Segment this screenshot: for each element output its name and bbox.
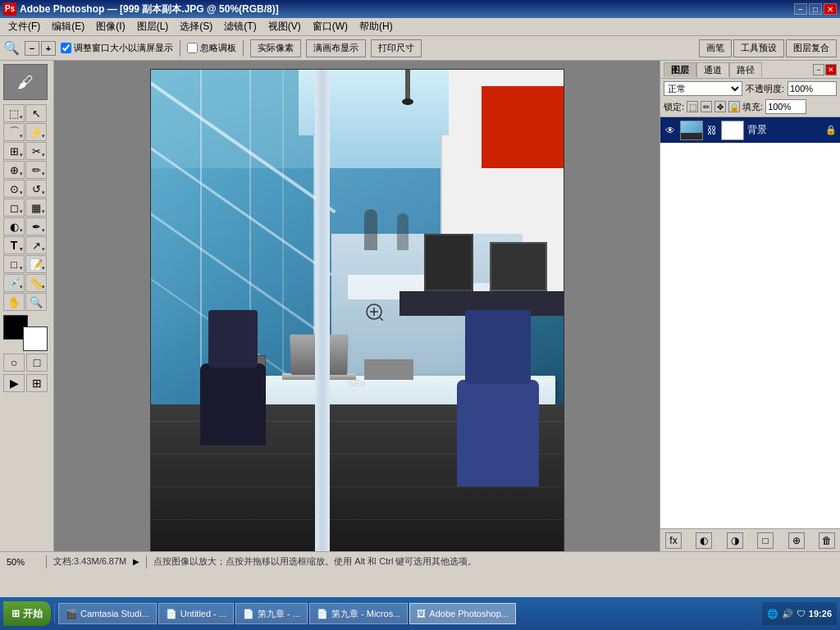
lock-image-button[interactable]: ✏ bbox=[701, 101, 712, 112]
tool-row-9: □▾ 📝▾ bbox=[3, 255, 50, 273]
layers-window-controls: − ✕ bbox=[813, 64, 837, 75]
brush-panel-button[interactable]: 画笔 bbox=[699, 39, 732, 57]
layer-comps-button[interactable]: 图层复合 bbox=[786, 39, 837, 57]
slice-tool[interactable]: ✂▾ bbox=[25, 142, 47, 160]
layer-visibility-toggle[interactable]: 👁 bbox=[664, 124, 677, 137]
minimize-button[interactable]: − bbox=[794, 3, 807, 15]
ch9-ms-icon: 📄 bbox=[317, 609, 328, 619]
history-brush-tool[interactable]: ↺▾ bbox=[25, 180, 47, 198]
volume-icon: 🔊 bbox=[782, 609, 793, 619]
taskbar-item-ch9-microsft[interactable]: 📄 第九章 - Micros... bbox=[309, 603, 408, 624]
extra-btn2[interactable]: ⊞ bbox=[26, 374, 48, 392]
menu-file[interactable]: 文件(F) bbox=[3, 18, 45, 35]
lock-transparent-button[interactable]: ⬚ bbox=[687, 101, 698, 112]
resize-window-check[interactable]: 调整窗口大小以满屏显示 bbox=[61, 42, 173, 54]
fit-on-screen-button[interactable]: 满画布显示 bbox=[306, 39, 366, 57]
layers-tab-layers[interactable]: 图层 bbox=[664, 62, 696, 77]
chair-front-right bbox=[457, 380, 539, 486]
status-arrow-button[interactable]: ▶ bbox=[133, 557, 139, 566]
canvas-area[interactable]: + SEo bbox=[54, 61, 660, 551]
type-tool[interactable]: T▾ bbox=[3, 236, 25, 254]
separator2 bbox=[243, 40, 244, 57]
layer-item-background[interactable]: 👁 ⛓ 背景 🔒 bbox=[660, 117, 840, 144]
jump-to-button[interactable]: ▶ bbox=[3, 374, 25, 392]
magic-wand-tool[interactable]: ⚡▾ bbox=[25, 123, 47, 141]
layers-empty-area bbox=[660, 323, 840, 529]
layer-styles-button[interactable]: fx bbox=[665, 532, 682, 549]
pen-tool[interactable]: ✒▾ bbox=[25, 217, 47, 235]
taskbar-item-photoshop[interactable]: 🖼 Adobe Photoshop... bbox=[409, 603, 516, 624]
lasso-tool[interactable]: ⌒▾ bbox=[3, 123, 25, 141]
gradient-tool[interactable]: ▦▾ bbox=[25, 199, 47, 217]
taskbar-item-ch9[interactable]: 📄 第九章 - ... bbox=[235, 603, 308, 624]
marquee-tool[interactable]: ⬚▾ bbox=[3, 104, 25, 122]
tool-row-10: 💉▾ 📏▾ bbox=[3, 274, 50, 292]
extra-buttons: ▶ ⊞ bbox=[3, 374, 50, 392]
menu-image[interactable]: 图像(I) bbox=[91, 18, 130, 35]
taskbar: ⊞ 开始 🎬 Camtasia Studi... 📄 Untitled - ..… bbox=[0, 597, 840, 630]
add-mask-button[interactable]: ◐ bbox=[696, 532, 712, 549]
taskbar-separator bbox=[54, 604, 55, 623]
clone-tool[interactable]: ⊙▾ bbox=[3, 180, 25, 198]
screen-mode-button[interactable]: □ bbox=[26, 354, 48, 372]
eyedropper-tool[interactable]: 💉▾ bbox=[3, 274, 25, 292]
taskbar-item-camtasia[interactable]: 🎬 Camtasia Studi... bbox=[58, 603, 157, 624]
print-size-button[interactable]: 打印尺寸 bbox=[371, 39, 422, 57]
menu-help[interactable]: 帮助(H) bbox=[354, 18, 398, 35]
fill-input[interactable] bbox=[765, 99, 806, 114]
dodge-tool[interactable]: ◐▾ bbox=[3, 217, 25, 235]
zoom-plus-button[interactable]: + bbox=[41, 41, 56, 56]
ignore-palette-check[interactable]: 忽略调板 bbox=[187, 42, 236, 54]
layers-minimize-button[interactable]: − bbox=[813, 64, 824, 75]
close-button[interactable]: ✕ bbox=[824, 3, 837, 15]
start-button[interactable]: ⊞ 开始 bbox=[3, 601, 51, 626]
tool-row-11: ✋ 🔍 bbox=[3, 293, 50, 311]
heal-tool[interactable]: ⊕▾ bbox=[3, 161, 25, 179]
color-swatch bbox=[3, 315, 48, 351]
zoom-tool[interactable]: 🔍 bbox=[25, 293, 47, 311]
menu-view[interactable]: 视图(V) bbox=[263, 18, 306, 35]
lamp-shade-1 bbox=[402, 98, 413, 105]
layers-tab-paths[interactable]: 路径 bbox=[729, 62, 762, 77]
opacity-input[interactable] bbox=[788, 81, 837, 96]
layer-thumbnail bbox=[680, 121, 703, 140]
new-layer-button[interactable]: ⊕ bbox=[788, 532, 805, 549]
lamp-cord-1 bbox=[405, 70, 410, 103]
zoom-minus-button[interactable]: − bbox=[25, 41, 39, 56]
tool-presets-button[interactable]: 工具预设 bbox=[733, 39, 784, 57]
window-controls: − □ ✕ bbox=[794, 3, 837, 15]
maximize-button[interactable]: □ bbox=[809, 3, 822, 15]
menu-window[interactable]: 窗口(W) bbox=[308, 18, 353, 35]
menu-select[interactable]: 选择(S) bbox=[175, 18, 217, 35]
menu-filter[interactable]: 滤镜(T) bbox=[219, 18, 261, 35]
menu-layer[interactable]: 图层(L) bbox=[132, 18, 174, 35]
taskbar-item-untitled[interactable]: 📄 Untitled - ... bbox=[158, 603, 234, 624]
separator bbox=[180, 40, 180, 57]
move-tool[interactable]: ↖ bbox=[25, 104, 47, 122]
lock-position-button[interactable]: ✥ bbox=[714, 101, 726, 112]
monitor-right bbox=[490, 242, 547, 291]
menu-edit[interactable]: 编辑(E) bbox=[47, 18, 89, 35]
shape-tool[interactable]: □▾ bbox=[3, 255, 25, 273]
tool-row-5: ⊙▾ ↺▾ bbox=[3, 180, 50, 198]
actual-pixels-button[interactable]: 实际像素 bbox=[250, 39, 301, 57]
crop-tool[interactable]: ⊞▾ bbox=[3, 142, 25, 160]
path-select-tool[interactable]: ↗▾ bbox=[25, 236, 47, 254]
layers-close-button[interactable]: ✕ bbox=[825, 64, 837, 75]
eraser-tool[interactable]: ◻▾ bbox=[3, 199, 25, 217]
canvas-window[interactable]: + SEo bbox=[150, 69, 564, 551]
background-color[interactable] bbox=[23, 326, 48, 351]
measure-tool[interactable]: 📏▾ bbox=[25, 274, 47, 292]
status-bar: 50% 文档:3.43M/6.87M ▶ 点按图像以放大；点按并拖移以用选框缩放… bbox=[0, 551, 840, 571]
new-group-button[interactable]: □ bbox=[757, 532, 774, 549]
quick-mask-button[interactable]: ○ bbox=[3, 354, 25, 372]
layers-tab-channels[interactable]: 通道 bbox=[696, 62, 729, 77]
delete-layer-button[interactable]: 🗑 bbox=[819, 532, 835, 549]
notes-tool[interactable]: 📝▾ bbox=[25, 255, 47, 273]
brush-tool[interactable]: ✏▾ bbox=[25, 161, 47, 179]
blend-mode-select[interactable]: 正常 bbox=[664, 81, 742, 96]
hand-tool[interactable]: ✋ bbox=[3, 293, 25, 311]
lock-all-button[interactable]: 🔒 bbox=[728, 101, 740, 112]
layers-panel: 图层 通道 路径 − ✕ 正常 不透明度: 锁定: ⬚ ✏ ✥ bbox=[660, 61, 840, 551]
new-adjustment-layer-button[interactable]: ◑ bbox=[727, 532, 743, 549]
